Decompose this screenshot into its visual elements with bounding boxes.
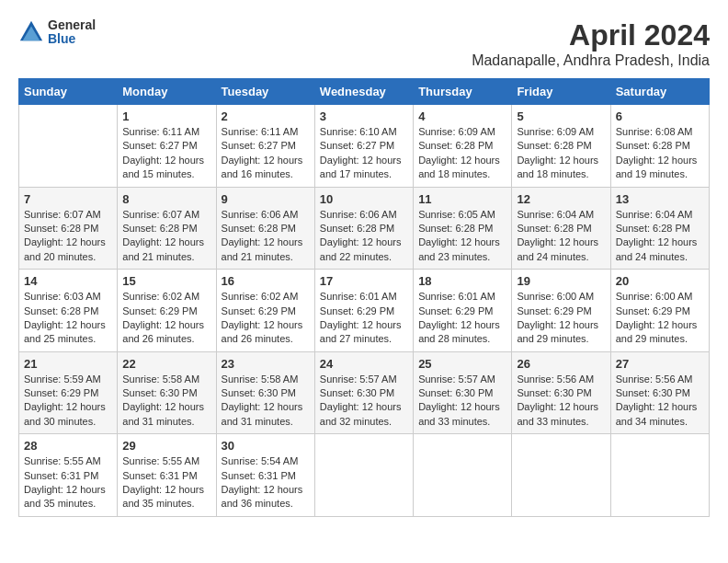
day-info: Sunrise: 6:10 AMSunset: 6:27 PMDaylight:…	[320, 125, 408, 182]
calendar-cell	[19, 105, 118, 188]
week-row-5: 28Sunrise: 5:55 AMSunset: 6:31 PMDayligh…	[19, 434, 710, 517]
day-info: Sunrise: 6:01 AMSunset: 6:29 PMDaylight:…	[418, 290, 506, 347]
day-info: Sunrise: 5:55 AMSunset: 6:31 PMDaylight:…	[122, 454, 210, 511]
day-number: 19	[517, 274, 605, 288]
column-header-wednesday: Wednesday	[314, 79, 413, 105]
day-number: 7	[24, 192, 112, 206]
day-info: Sunrise: 6:07 AMSunset: 6:28 PMDaylight:…	[122, 208, 210, 265]
calendar-cell: 6Sunrise: 6:08 AMSunset: 6:28 PMDaylight…	[610, 105, 709, 188]
day-number: 24	[320, 357, 408, 371]
day-info: Sunrise: 6:04 AMSunset: 6:28 PMDaylight:…	[517, 208, 605, 265]
calendar-cell: 24Sunrise: 5:57 AMSunset: 6:30 PMDayligh…	[314, 351, 413, 434]
week-row-1: 1Sunrise: 6:11 AMSunset: 6:27 PMDaylight…	[19, 105, 710, 188]
calendar-cell: 25Sunrise: 5:57 AMSunset: 6:30 PMDayligh…	[414, 351, 512, 434]
calendar-title: April 2024	[472, 18, 710, 52]
logo: General Blue	[18, 18, 96, 47]
calendar-cell: 19Sunrise: 6:00 AMSunset: 6:29 PMDayligh…	[512, 270, 610, 352]
calendar-body: 1Sunrise: 6:11 AMSunset: 6:27 PMDaylight…	[19, 105, 710, 517]
calendar-cell: 9Sunrise: 6:06 AMSunset: 6:28 PMDaylight…	[216, 187, 314, 270]
day-number: 28	[24, 439, 112, 453]
day-number: 8	[122, 192, 210, 206]
calendar-cell: 23Sunrise: 5:58 AMSunset: 6:30 PMDayligh…	[216, 351, 314, 434]
calendar-cell: 12Sunrise: 6:04 AMSunset: 6:28 PMDayligh…	[512, 187, 610, 270]
day-info: Sunrise: 5:58 AMSunset: 6:30 PMDaylight:…	[222, 373, 310, 430]
day-info: Sunrise: 6:02 AMSunset: 6:29 PMDaylight:…	[122, 290, 210, 347]
day-number: 6	[616, 109, 704, 123]
column-header-friday: Friday	[512, 79, 610, 105]
day-info: Sunrise: 6:04 AMSunset: 6:28 PMDaylight:…	[616, 208, 704, 265]
calendar-cell: 3Sunrise: 6:10 AMSunset: 6:27 PMDaylight…	[314, 105, 413, 188]
calendar-cell: 17Sunrise: 6:01 AMSunset: 6:29 PMDayligh…	[314, 270, 413, 352]
day-info: Sunrise: 6:09 AMSunset: 6:28 PMDaylight:…	[517, 125, 605, 182]
calendar-cell: 30Sunrise: 5:54 AMSunset: 6:31 PMDayligh…	[216, 434, 314, 517]
calendar-cell: 16Sunrise: 6:02 AMSunset: 6:29 PMDayligh…	[216, 270, 314, 352]
calendar-cell: 7Sunrise: 6:07 AMSunset: 6:28 PMDaylight…	[19, 187, 118, 270]
day-number: 1	[122, 109, 210, 123]
day-info: Sunrise: 6:09 AMSunset: 6:28 PMDaylight:…	[418, 125, 506, 182]
calendar-cell: 27Sunrise: 5:56 AMSunset: 6:30 PMDayligh…	[610, 351, 709, 434]
day-info: Sunrise: 5:56 AMSunset: 6:30 PMDaylight:…	[616, 373, 704, 430]
day-info: Sunrise: 6:01 AMSunset: 6:29 PMDaylight:…	[320, 290, 408, 347]
header-row: SundayMondayTuesdayWednesdayThursdayFrid…	[19, 79, 710, 105]
day-info: Sunrise: 6:08 AMSunset: 6:28 PMDaylight:…	[616, 125, 704, 182]
day-number: 21	[24, 357, 112, 371]
day-info: Sunrise: 5:54 AMSunset: 6:31 PMDaylight:…	[222, 454, 310, 511]
week-row-2: 7Sunrise: 6:07 AMSunset: 6:28 PMDaylight…	[19, 187, 710, 270]
day-info: Sunrise: 6:11 AMSunset: 6:27 PMDaylight:…	[122, 125, 210, 182]
day-number: 26	[517, 357, 605, 371]
day-info: Sunrise: 5:55 AMSunset: 6:31 PMDaylight:…	[24, 454, 112, 511]
calendar-table: SundayMondayTuesdayWednesdayThursdayFrid…	[18, 78, 710, 517]
day-info: Sunrise: 6:07 AMSunset: 6:28 PMDaylight:…	[24, 208, 112, 265]
logo-blue-text: Blue	[48, 32, 96, 46]
column-header-monday: Monday	[118, 79, 216, 105]
day-number: 15	[122, 274, 210, 288]
week-row-4: 21Sunrise: 5:59 AMSunset: 6:29 PMDayligh…	[19, 351, 710, 434]
calendar-cell: 26Sunrise: 5:56 AMSunset: 6:30 PMDayligh…	[512, 351, 610, 434]
week-row-3: 14Sunrise: 6:03 AMSunset: 6:28 PMDayligh…	[19, 270, 710, 352]
calendar-cell: 10Sunrise: 6:06 AMSunset: 6:28 PMDayligh…	[314, 187, 413, 270]
calendar-cell	[512, 434, 610, 517]
day-number: 5	[517, 109, 605, 123]
calendar-cell: 8Sunrise: 6:07 AMSunset: 6:28 PMDaylight…	[118, 187, 216, 270]
calendar-header: SundayMondayTuesdayWednesdayThursdayFrid…	[19, 79, 710, 105]
day-number: 12	[517, 192, 605, 206]
calendar-cell: 28Sunrise: 5:55 AMSunset: 6:31 PMDayligh…	[19, 434, 118, 517]
calendar-cell: 11Sunrise: 6:05 AMSunset: 6:28 PMDayligh…	[414, 187, 512, 270]
day-info: Sunrise: 6:00 AMSunset: 6:29 PMDaylight:…	[616, 290, 704, 347]
logo-icon	[18, 19, 44, 45]
page-header: General Blue April 2024 Madanapalle, And…	[18, 18, 710, 69]
calendar-cell: 18Sunrise: 6:01 AMSunset: 6:29 PMDayligh…	[414, 270, 512, 352]
day-info: Sunrise: 6:06 AMSunset: 6:28 PMDaylight:…	[222, 208, 310, 265]
calendar-cell: 15Sunrise: 6:02 AMSunset: 6:29 PMDayligh…	[118, 270, 216, 352]
day-number: 3	[320, 109, 408, 123]
day-info: Sunrise: 6:00 AMSunset: 6:29 PMDaylight:…	[517, 290, 605, 347]
day-number: 30	[222, 439, 310, 453]
day-info: Sunrise: 6:05 AMSunset: 6:28 PMDaylight:…	[418, 208, 506, 265]
day-number: 23	[222, 357, 310, 371]
column-header-tuesday: Tuesday	[216, 79, 314, 105]
day-info: Sunrise: 5:57 AMSunset: 6:30 PMDaylight:…	[320, 373, 408, 430]
calendar-cell: 29Sunrise: 5:55 AMSunset: 6:31 PMDayligh…	[118, 434, 216, 517]
day-info: Sunrise: 5:59 AMSunset: 6:29 PMDaylight:…	[24, 373, 112, 430]
day-info: Sunrise: 5:57 AMSunset: 6:30 PMDaylight:…	[418, 373, 506, 430]
day-number: 2	[222, 109, 310, 123]
day-number: 11	[418, 192, 506, 206]
calendar-cell: 20Sunrise: 6:00 AMSunset: 6:29 PMDayligh…	[610, 270, 709, 352]
calendar-cell	[314, 434, 413, 517]
calendar-cell: 21Sunrise: 5:59 AMSunset: 6:29 PMDayligh…	[19, 351, 118, 434]
calendar-cell: 4Sunrise: 6:09 AMSunset: 6:28 PMDaylight…	[414, 105, 512, 188]
day-number: 4	[418, 109, 506, 123]
day-info: Sunrise: 6:02 AMSunset: 6:29 PMDaylight:…	[222, 290, 310, 347]
column-header-sunday: Sunday	[19, 79, 118, 105]
logo-general-text: General	[48, 18, 96, 32]
day-number: 20	[616, 274, 704, 288]
calendar-cell: 22Sunrise: 5:58 AMSunset: 6:30 PMDayligh…	[118, 351, 216, 434]
day-number: 13	[616, 192, 704, 206]
day-number: 27	[616, 357, 704, 371]
calendar-cell: 13Sunrise: 6:04 AMSunset: 6:28 PMDayligh…	[610, 187, 709, 270]
day-number: 10	[320, 192, 408, 206]
calendar-cell: 2Sunrise: 6:11 AMSunset: 6:27 PMDaylight…	[216, 105, 314, 188]
calendar-subtitle: Madanapalle, Andhra Pradesh, India	[472, 52, 710, 69]
day-number: 9	[222, 192, 310, 206]
day-number: 22	[122, 357, 210, 371]
